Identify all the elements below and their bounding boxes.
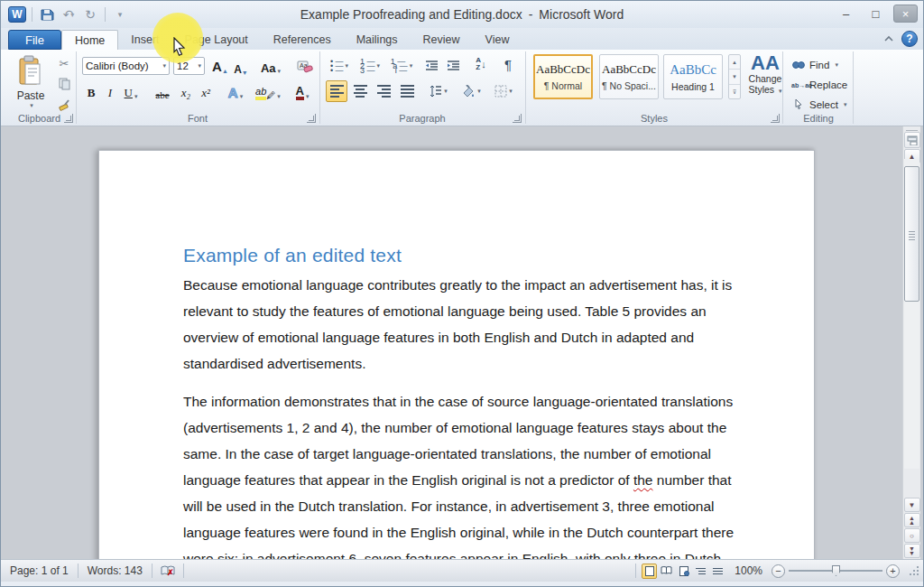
word-logo-icon[interactable]: W bbox=[8, 6, 26, 23]
align-center-button[interactable] bbox=[349, 80, 371, 102]
italic-button[interactable]: I bbox=[104, 82, 116, 100]
change-case-button[interactable]: Aa▾ bbox=[257, 57, 284, 75]
styles-gallery-expand-icon[interactable]: ⊽ bbox=[729, 85, 740, 98]
shrink-font-button[interactable]: A▼ bbox=[232, 58, 250, 76]
full-screen-reading-icon[interactable] bbox=[659, 564, 674, 579]
customize-qat-button[interactable]: ▾ bbox=[111, 5, 129, 23]
copy-icon[interactable] bbox=[55, 76, 73, 92]
minimize-button[interactable]: – bbox=[834, 5, 858, 23]
borders-button[interactable]: ▾ bbox=[490, 80, 517, 102]
tab-references[interactable]: References bbox=[261, 30, 344, 50]
strikethrough-button[interactable]: abe bbox=[151, 82, 174, 100]
resize-grip[interactable] bbox=[909, 565, 919, 576]
font-size-combo[interactable]: 12▾ bbox=[173, 57, 205, 75]
superscript-button[interactable]: x² bbox=[198, 82, 214, 100]
align-left-button[interactable] bbox=[326, 80, 347, 102]
divider bbox=[635, 564, 636, 578]
styles-scroll-down-icon[interactable]: ▼ bbox=[729, 70, 740, 84]
show-hide-pilcrow-button[interactable]: ¶ bbox=[499, 54, 517, 74]
outline-view-icon[interactable] bbox=[693, 564, 708, 579]
save-icon[interactable] bbox=[38, 5, 56, 23]
zoom-in-button[interactable]: + bbox=[886, 564, 900, 578]
paste-icon bbox=[17, 55, 44, 88]
tab-file[interactable]: File bbox=[8, 30, 61, 50]
maximize-button[interactable]: □ bbox=[864, 5, 888, 23]
find-button[interactable]: Find▾ bbox=[791, 57, 838, 73]
styles-group-label: Styles bbox=[526, 113, 782, 124]
document-area[interactable]: Example of an edited text Because emotio… bbox=[1, 126, 923, 559]
style-heading-1[interactable]: AaBbCс Heading 1 bbox=[663, 54, 723, 99]
editing-group: Find▾ ab→ac Replace Select▾ Editing bbox=[784, 50, 853, 126]
sort-button[interactable]: AZ ↓ bbox=[470, 54, 492, 74]
numbering-button[interactable]: 1 —2 —3 —▾ bbox=[356, 56, 383, 76]
replace-button[interactable]: ab→ac Replace bbox=[791, 77, 847, 93]
scrollbar-thumb[interactable] bbox=[904, 166, 919, 302]
multilevel-list-button[interactable]: 1 — a — i —▾ bbox=[387, 56, 416, 76]
text-highlight-button[interactable]: ab🖉▾ bbox=[254, 82, 282, 100]
style-normal[interactable]: AaBbCcDc ¶ Normal bbox=[533, 54, 593, 99]
shading-button[interactable]: ▾ bbox=[457, 80, 485, 102]
zoom-slider: − + bbox=[772, 564, 900, 578]
styles-dialog-launcher[interactable] bbox=[771, 114, 780, 123]
collapse-ribbon-icon[interactable] bbox=[883, 33, 894, 44]
select-button[interactable]: Select▾ bbox=[791, 97, 846, 113]
decrease-indent-icon[interactable] bbox=[421, 56, 441, 76]
bold-button[interactable]: B bbox=[84, 82, 98, 100]
undo-dropdown-icon[interactable]: ▾ bbox=[70, 11, 74, 19]
line-spacing-button[interactable]: ▾ bbox=[425, 80, 452, 102]
previous-page-icon[interactable]: ▲▲ bbox=[904, 513, 920, 527]
cut-icon[interactable]: ✂ bbox=[55, 55, 73, 71]
grow-font-button[interactable]: A▲ bbox=[210, 56, 230, 74]
tab-insert[interactable]: Insert bbox=[118, 30, 171, 50]
underline-button[interactable]: U▾ bbox=[120, 82, 142, 100]
print-layout-view-icon[interactable] bbox=[642, 564, 657, 579]
tab-home[interactable]: Home bbox=[61, 30, 118, 50]
undo-button[interactable]: ↶▾ bbox=[60, 5, 78, 23]
proofing-errors-icon[interactable]: ✗ bbox=[152, 564, 183, 579]
zoom-out-button[interactable]: − bbox=[772, 564, 785, 578]
zoom-level-label[interactable]: 100% bbox=[731, 564, 766, 579]
svg-text:✗: ✗ bbox=[167, 568, 174, 577]
web-layout-view-icon[interactable] bbox=[676, 564, 691, 579]
tab-page-layout[interactable]: Page Layout bbox=[172, 30, 261, 50]
bullets-button[interactable]: • —• —• —▾ bbox=[326, 56, 353, 76]
document-page[interactable]: Example of an edited text Because emotio… bbox=[98, 150, 815, 559]
tab-review[interactable]: Review bbox=[411, 30, 473, 50]
zoom-slider-thumb[interactable] bbox=[832, 565, 840, 576]
tab-mailings[interactable]: Mailings bbox=[344, 30, 411, 50]
zoom-slider-track[interactable] bbox=[789, 570, 882, 572]
paste-button[interactable]: Paste ▾ bbox=[7, 54, 54, 119]
styles-scroll-up-icon[interactable]: ▲ bbox=[729, 55, 740, 70]
help-icon[interactable]: ? bbox=[901, 31, 918, 47]
change-styles-button[interactable]: AA Change Styles ▾ bbox=[745, 53, 785, 97]
styles-gallery-scroll[interactable]: ▲ ▼ ⊽ bbox=[728, 54, 741, 99]
scroll-down-icon[interactable]: ▼ bbox=[904, 498, 920, 512]
align-right-button[interactable] bbox=[373, 80, 394, 102]
draft-view-icon[interactable] bbox=[710, 564, 725, 579]
split-handle[interactable] bbox=[906, 128, 918, 131]
scrollbar-track[interactable] bbox=[904, 159, 919, 469]
subscript-button[interactable]: x₂ bbox=[178, 82, 194, 100]
increase-indent-icon[interactable] bbox=[443, 56, 463, 76]
vertical-scrollbar[interactable]: ▲ ▼ ▲▲ ○ ▼▼ bbox=[902, 126, 920, 559]
next-page-icon[interactable]: ▼▼ bbox=[904, 544, 920, 558]
ruler-toggle-icon[interactable] bbox=[904, 132, 920, 148]
close-button[interactable]: × bbox=[893, 5, 918, 23]
justify-button[interactable] bbox=[396, 80, 418, 102]
page-count-indicator[interactable]: Page: 1 of 1 bbox=[1, 564, 78, 579]
paragraph-1: Because emotional language contributes g… bbox=[183, 272, 744, 377]
grammar-flagged-word: the bbox=[633, 472, 653, 488]
text-effects-button[interactable]: A▾ bbox=[223, 82, 248, 100]
clear-formatting-icon[interactable]: Aa bbox=[293, 56, 317, 74]
select-browse-object-icon[interactable]: ○ bbox=[904, 528, 920, 543]
font-family-combo[interactable]: Calibri (Body)▾ bbox=[82, 57, 170, 75]
clipboard-dialog-launcher[interactable] bbox=[64, 114, 73, 123]
font-color-button[interactable]: A▾ bbox=[290, 82, 315, 100]
font-dialog-launcher[interactable] bbox=[307, 114, 316, 123]
tab-view[interactable]: View bbox=[473, 30, 522, 50]
redo-button[interactable]: ↻ bbox=[81, 5, 99, 23]
style-no-spacing[interactable]: AaBbCcDc ¶ No Spaci... bbox=[599, 54, 659, 99]
format-painter-icon[interactable] bbox=[55, 97, 73, 113]
paragraph-dialog-launcher[interactable] bbox=[513, 114, 522, 123]
word-count-indicator[interactable]: Words: 143 bbox=[79, 564, 152, 579]
